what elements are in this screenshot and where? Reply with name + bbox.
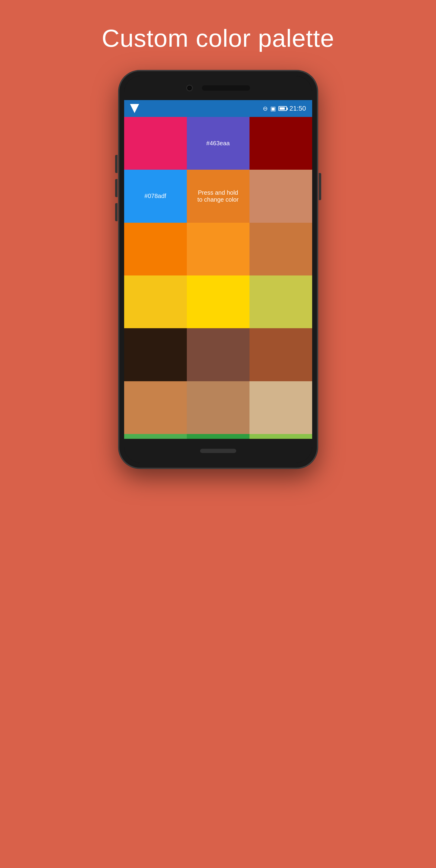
color-grid: #463eaa #078adf Press and hold to change…: [124, 117, 312, 439]
phone-screen: ⊖ ▣ 21:50 #463eaa #078adf: [124, 76, 312, 463]
phone-frame: ⊖ ▣ 21:50 #463eaa #078adf: [119, 70, 318, 468]
color-cell-r5c2[interactable]: [187, 328, 249, 381]
color-cell-r7c3[interactable]: [249, 434, 312, 439]
color-cell-r2c2[interactable]: Press and hold to change color: [187, 170, 249, 222]
color-label-r2c1: #078adf: [144, 193, 166, 199]
battery-icon: [278, 106, 287, 111]
color-cell-r3c3[interactable]: [249, 223, 312, 276]
do-not-disturb-icon: ⊖: [263, 105, 268, 112]
status-right: ⊖ ▣ 21:50: [263, 104, 306, 113]
color-cell-r4c2[interactable]: [187, 276, 249, 328]
color-cell-r5c1[interactable]: [124, 328, 187, 381]
speaker-slot: [202, 85, 250, 91]
color-cell-r4c3[interactable]: [249, 276, 312, 328]
color-cell-r2c3[interactable]: [249, 170, 312, 222]
color-cell-r1c2[interactable]: #463eaa: [187, 117, 249, 170]
app-icon: [130, 104, 139, 113]
color-label-r1c2: #463eaa: [207, 140, 230, 147]
color-cell-r3c1[interactable]: [124, 223, 187, 276]
color-cell-r7c2[interactable]: [187, 434, 249, 439]
home-button: [200, 449, 236, 453]
status-bar: ⊖ ▣ 21:50: [124, 100, 312, 117]
color-cell-r5c3[interactable]: [249, 328, 312, 381]
color-cell-r3c2[interactable]: [187, 223, 249, 276]
phone-bottom-bar: [124, 439, 312, 463]
phone-top-bar: [124, 76, 312, 100]
color-cell-r2c1[interactable]: #078adf: [124, 170, 187, 222]
sim-icon: ▣: [270, 105, 276, 112]
phone-wrapper: ⊖ ▣ 21:50 #463eaa #078adf: [116, 70, 320, 794]
color-cell-r7c1[interactable]: [124, 434, 187, 439]
color-cell-r6c1[interactable]: [124, 381, 187, 434]
color-cell-r1c1[interactable]: [124, 117, 187, 170]
color-cell-r1c3[interactable]: [249, 117, 312, 170]
page-title: Custom color palette: [101, 24, 334, 53]
color-cell-r6c2[interactable]: [187, 381, 249, 434]
clock-time: 21:50: [289, 104, 306, 113]
color-label-r2c2: Press and hold to change color: [197, 189, 239, 203]
camera-icon: [186, 85, 193, 91]
status-left: [130, 104, 139, 113]
color-cell-r4c1[interactable]: [124, 276, 187, 328]
color-cell-r6c3[interactable]: [249, 381, 312, 434]
